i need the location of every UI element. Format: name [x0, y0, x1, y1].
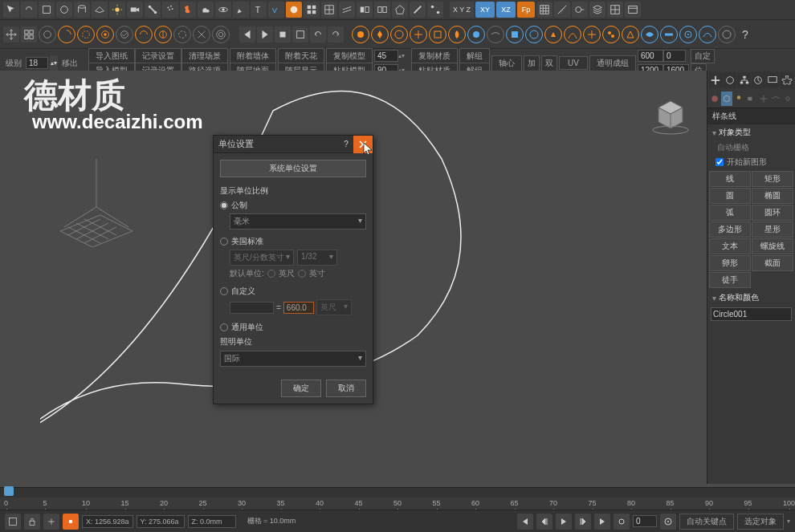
tool-vray-icon[interactable]: V — [268, 2, 284, 18]
us-dropdown[interactable]: 英尺/分数英寸 — [230, 250, 294, 266]
time-config-icon[interactable] — [660, 514, 676, 530]
tool-orbit-icon[interactable] — [215, 2, 231, 18]
grid-icon[interactable] — [536, 2, 552, 18]
circle-tool-2[interactable] — [58, 26, 75, 43]
tool-edge-icon[interactable] — [410, 2, 426, 18]
create-tab-icon[interactable] — [709, 72, 723, 88]
coord-y-field[interactable]: Y: 275.066a — [137, 515, 185, 528]
tool-cyl-icon[interactable] — [74, 2, 90, 18]
arc-button[interactable]: 弧 — [709, 205, 751, 221]
display-tab-icon[interactable] — [766, 72, 780, 88]
circle-tool-8[interactable] — [173, 26, 191, 43]
fx-3[interactable] — [390, 26, 408, 43]
systems-icon[interactable] — [782, 91, 793, 106]
tool-select-icon[interactable] — [3, 2, 19, 18]
clean-scene-btn[interactable]: 清理场景 — [181, 48, 228, 64]
fx-8[interactable] — [487, 26, 504, 43]
coord-z-field[interactable]: Z: 0.0mm — [188, 515, 236, 528]
sb-pivot-icon[interactable] — [63, 514, 79, 530]
fx-1[interactable] — [352, 26, 369, 43]
circle-tool-4[interactable] — [96, 26, 114, 43]
dialog-help-icon[interactable]: ? — [339, 140, 353, 148]
tool-vert-icon[interactable] — [427, 2, 443, 18]
tool-poly-icon[interactable] — [392, 2, 408, 18]
motion-tab-icon[interactable] — [752, 72, 765, 88]
fx-18[interactable] — [679, 26, 697, 43]
tool-matlib-icon[interactable] — [304, 2, 320, 18]
section-button[interactable]: 截面 — [752, 255, 793, 271]
circle-tool-9[interactable] — [193, 26, 210, 43]
playhead-icon[interactable] — [4, 486, 14, 496]
circle-tool-3[interactable] — [77, 26, 95, 43]
layer-icon[interactable] — [589, 2, 605, 18]
fx-19[interactable] — [699, 26, 716, 43]
play-prev-icon[interactable] — [239, 26, 255, 43]
record-icon[interactable] — [292, 26, 308, 43]
xyz-label-icon[interactable]: X Y Z — [450, 2, 474, 18]
egg-button[interactable]: 卵形 — [709, 255, 751, 271]
object-type-header[interactable]: 对象类型 — [707, 124, 795, 140]
shapes-icon[interactable] — [721, 91, 732, 106]
metric-radio[interactable]: 公制 — [220, 200, 366, 211]
move-icon[interactable] — [3, 26, 19, 43]
fx-14[interactable] — [602, 26, 620, 43]
xz-plane-icon[interactable]: XZ — [496, 2, 516, 18]
circle-tool-7[interactable] — [154, 26, 172, 43]
attach-wall-btn[interactable]: 附着墙体 — [230, 48, 276, 64]
tool-detach-icon[interactable] — [374, 2, 390, 18]
autogrid-link[interactable]: 自动栅格 — [707, 140, 795, 155]
sb-add-icon[interactable] — [43, 514, 59, 530]
undo-icon[interactable] — [310, 26, 326, 43]
fx-4[interactable] — [410, 26, 427, 43]
ngon-button[interactable]: 多边形 — [709, 221, 751, 238]
fx-15[interactable] — [622, 26, 639, 43]
metric-dropdown[interactable]: 毫米 — [230, 213, 366, 229]
spacewarps-icon[interactable] — [770, 91, 781, 106]
tool-sphere-icon[interactable] — [56, 2, 72, 18]
tool-link-icon[interactable] — [21, 2, 37, 18]
frame-input[interactable] — [633, 515, 657, 527]
fx-9[interactable] — [506, 26, 524, 43]
time-fwd-icon[interactable] — [575, 514, 591, 530]
tool-cloud-icon[interactable] — [198, 2, 214, 18]
fx-13[interactable] — [583, 26, 601, 43]
tool-attach-icon[interactable] — [357, 2, 373, 18]
custom-value-input[interactable] — [230, 302, 274, 314]
circle-tool-1[interactable] — [39, 26, 56, 43]
timeline-track[interactable] — [0, 488, 795, 497]
tape-icon[interactable] — [572, 2, 588, 18]
selected-filter-button[interactable]: 选定对象 — [737, 514, 784, 530]
fx-5[interactable] — [429, 26, 446, 43]
viewcube-icon[interactable] — [650, 95, 691, 135]
cancel-button[interactable]: 取消 — [326, 380, 366, 397]
modify-tab-icon[interactable] — [724, 72, 737, 88]
tool-slice-icon[interactable] — [339, 2, 355, 18]
tool-render-icon[interactable] — [286, 2, 302, 18]
attach-ceiling-btn[interactable]: 附着天花 — [278, 48, 324, 64]
xy-plane-icon[interactable]: XY — [475, 2, 495, 18]
dialog-close-button[interactable] — [353, 136, 373, 153]
cameras-icon[interactable] — [745, 91, 756, 106]
rectangle-button[interactable]: 矩形 — [752, 171, 793, 187]
fx-6[interactable] — [448, 26, 466, 43]
line-button[interactable]: 线 — [709, 171, 751, 187]
time-key-icon[interactable] — [614, 514, 630, 530]
freehand-button[interactable]: 徒手 — [709, 272, 751, 288]
timeline[interactable]: 0510152025303540455055606570758085909510… — [0, 487, 795, 510]
tool-light-icon[interactable] — [109, 2, 125, 18]
ok-button[interactable]: 确定 — [281, 380, 321, 397]
lights-icon[interactable] — [733, 91, 744, 106]
fx-2[interactable] — [371, 26, 389, 43]
play-icon[interactable] — [257, 26, 273, 43]
tool-plane-icon[interactable] — [92, 2, 108, 18]
lighting-dropdown[interactable]: 国际 — [220, 351, 366, 367]
utilities-tab-icon[interactable] — [780, 72, 793, 88]
donut-button[interactable]: 圆环 — [752, 205, 793, 221]
fx-17[interactable] — [660, 26, 678, 43]
time-play-icon[interactable] — [556, 514, 572, 530]
record-settings-btn[interactable]: 记录设置 — [135, 48, 181, 64]
add-btn[interactable]: 加 — [524, 55, 540, 71]
copy-mat-btn[interactable]: 复制材质 — [411, 48, 458, 64]
fx-7[interactable] — [467, 26, 485, 43]
fx-20[interactable] — [718, 26, 736, 43]
